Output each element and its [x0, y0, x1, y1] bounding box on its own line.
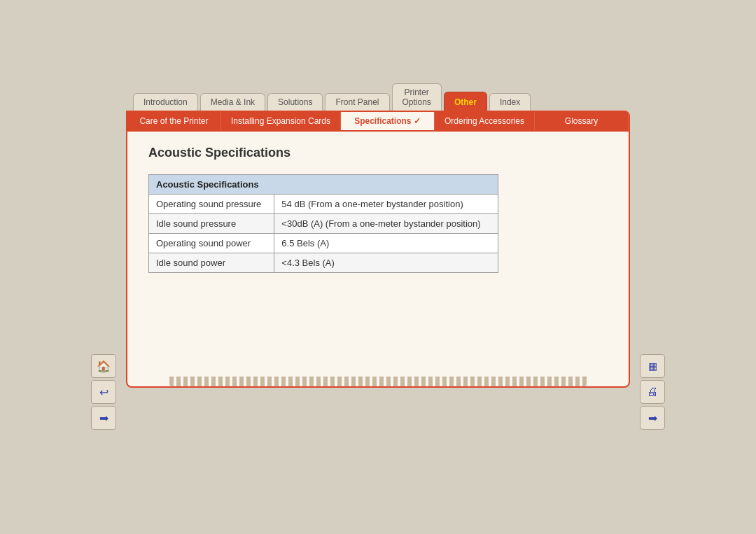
- tab-media-ink[interactable]: Media & Ink: [200, 93, 265, 111]
- tab-printer-options[interactable]: PrinterOptions: [392, 83, 442, 111]
- table-row: Operating sound power6.5 Bels (A): [149, 234, 498, 253]
- contents-icon: ▦: [648, 360, 657, 372]
- page-content: Acoustic Specifications Acoustic Specifi…: [127, 132, 629, 377]
- specifications-table: Acoustic Specifications Operating sound …: [148, 174, 498, 273]
- tab-introduction[interactable]: Introduction: [133, 93, 198, 111]
- tab-other[interactable]: Other: [444, 92, 487, 111]
- tab-care-printer[interactable]: Care of the Printer: [127, 112, 221, 130]
- main-nav-tabs: Introduction Media & Ink Solutions Front…: [126, 83, 630, 111]
- print-icon: 🖨: [647, 386, 658, 398]
- spec-label: Idle sound pressure: [149, 214, 274, 234]
- spec-value: 54 dB (From a one-meter bystander positi…: [274, 195, 498, 214]
- left-nav-buttons: 🏠 ↩ ➡: [91, 354, 116, 430]
- spec-value: <4.3 Bels (A): [274, 253, 498, 273]
- table-row: Operating sound pressure54 dB (From a on…: [149, 195, 498, 214]
- tab-index[interactable]: Index: [489, 93, 531, 111]
- spiral-decoration: [169, 377, 587, 386]
- forward-left-button[interactable]: ➡: [91, 406, 116, 430]
- spec-value: 6.5 Bels (A): [274, 234, 498, 253]
- spec-label: Operating sound power: [149, 234, 274, 253]
- tab-solutions[interactable]: Solutions: [267, 93, 323, 111]
- back-button[interactable]: ↩: [91, 380, 116, 404]
- table-header: Acoustic Specifications: [149, 175, 498, 195]
- contents-button[interactable]: ▦: [640, 354, 665, 378]
- spec-label: Operating sound pressure: [149, 195, 274, 214]
- back-icon: ↩: [99, 386, 108, 399]
- tab-glossary[interactable]: Glossary: [535, 112, 629, 130]
- tab-installing-expansion[interactable]: Installing Expansion Cards: [221, 112, 341, 130]
- tab-front-panel[interactable]: Front Panel: [325, 93, 389, 111]
- home-icon: 🏠: [97, 360, 111, 373]
- tab-specifications[interactable]: Specifications ✓: [341, 112, 435, 130]
- specifications-checkmark: ✓: [414, 116, 421, 126]
- main-content-area: Care of the Printer Installing Expansion…: [126, 111, 630, 388]
- print-button[interactable]: 🖨: [640, 380, 665, 404]
- sub-nav-tabs: Care of the Printer Installing Expansion…: [127, 112, 629, 132]
- next-right-button[interactable]: ➡: [640, 406, 665, 430]
- tab-ordering-accessories[interactable]: Ordering Accessories: [435, 112, 535, 130]
- forward-left-icon: ➡: [99, 412, 108, 425]
- spec-label: Idle sound power: [149, 253, 274, 273]
- spec-value: <30dB (A) (From a one-meter bystander po…: [274, 214, 498, 234]
- page-title: Acoustic Specifications: [148, 146, 608, 160]
- table-row: Idle sound power<4.3 Bels (A): [149, 253, 498, 273]
- right-nav-buttons: ▦ 🖨 ➡: [640, 354, 665, 430]
- next-right-icon: ➡: [648, 412, 657, 425]
- table-row: Idle sound pressure<30dB (A) (From a one…: [149, 214, 498, 234]
- home-button[interactable]: 🏠: [91, 354, 116, 378]
